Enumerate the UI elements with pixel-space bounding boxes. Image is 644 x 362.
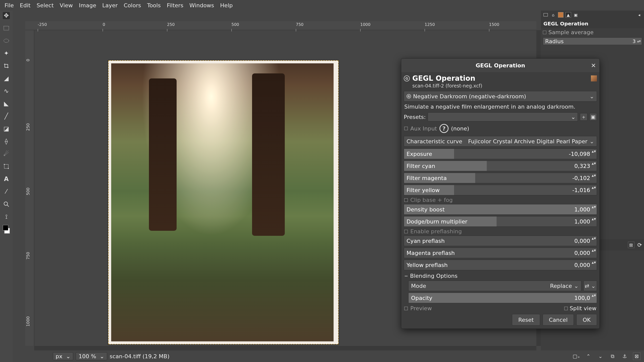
status-delete-icon[interactable]: ⊠	[633, 352, 640, 360]
tool-transform-icon[interactable]: ◢	[3, 75, 10, 82]
tool-crop-icon[interactable]	[3, 62, 10, 69]
spinner-arrows-icon[interactable]: ▲▼	[592, 217, 596, 225]
tool-colorpicker-icon[interactable]: ⁄	[3, 188, 10, 195]
spinner-arrows-icon[interactable]: ▲▼	[592, 174, 596, 182]
filter-slider[interactable]: Exposure-10,098▲▼	[404, 149, 597, 159]
toolbox: ✥ ✦ ◢ ∿ ◣ ╱ ◪ ⟠ ☄ A ⁄ ⟟	[0, 11, 13, 362]
image-page[interactable]	[108, 60, 339, 344]
reset-button[interactable]: Reset	[512, 314, 540, 326]
presets-combo[interactable]: ⌄	[428, 112, 578, 121]
status-duplicate-icon[interactable]: ⧉	[609, 352, 616, 360]
filter-slider[interactable]: Filter cyan0,323▲▼	[404, 161, 597, 171]
spinner-arrows-icon[interactable]: ▲▼	[592, 294, 596, 302]
menu-layer[interactable]: Layer	[99, 1, 120, 10]
menu-image[interactable]: Image	[76, 1, 99, 10]
zoom-select[interactable]: 100 % ⌄	[76, 352, 107, 360]
gegl-small-icon: G	[407, 94, 411, 99]
preview-checkbox[interactable]	[404, 307, 408, 310]
curve-combo[interactable]: Characteristic curve Fujicolor Crystal A…	[404, 136, 597, 147]
sample-average-label: Sample average	[548, 29, 594, 35]
status-anchor-icon[interactable]: ⚓	[621, 352, 628, 360]
menu-colors[interactable]: Colors	[121, 1, 144, 10]
ruler-horizontal[interactable]: -250 0 250 500 750 1000 1250 1500	[25, 21, 536, 30]
dock-close-icon[interactable]: ⊠	[628, 242, 634, 248]
preflash-slider[interactable]: Cyan preflash0,000▲▼	[404, 236, 597, 246]
menu-edit[interactable]: Edit	[17, 1, 34, 10]
status-raise-icon[interactable]: ⌃	[585, 352, 592, 360]
cancel-button[interactable]: Cancel	[543, 314, 574, 326]
tool-smudge-icon[interactable]: ☄	[3, 150, 10, 157]
spinner-arrows-icon[interactable]: ▲▼	[592, 205, 596, 213]
tool-bucket-icon[interactable]: ◣	[3, 100, 10, 107]
density-slider[interactable]: Density boost1,000▲▼	[404, 204, 597, 215]
dock-tab-swatch-icon[interactable]	[558, 12, 564, 18]
clip-base-checkbox[interactable]	[404, 198, 408, 202]
dock-tab-images-icon[interactable]: ▣	[573, 12, 579, 18]
preflash-checkbox[interactable]	[404, 230, 408, 233]
tool-text-icon[interactable]: A	[3, 175, 10, 183]
dialog-close-icon[interactable]: ✕	[591, 62, 596, 69]
tool-fuzzy-select-icon[interactable]: ✦	[3, 50, 10, 57]
tool-paintbrush-icon[interactable]: ╱	[3, 113, 10, 120]
tool-free-select-icon[interactable]	[3, 37, 10, 44]
spinner-arrows-icon[interactable]: ▲▼	[592, 249, 596, 257]
operation-combo[interactable]: GNegative Darkroom (negative-darkroom) ⌄	[404, 91, 597, 102]
menu-filters[interactable]: Filters	[164, 1, 186, 10]
clip-base-label: Clip base + fog	[410, 197, 453, 203]
dock-refresh-icon[interactable]: ⟳	[637, 242, 642, 248]
unit-select[interactable]: px ⌄	[53, 352, 73, 360]
spinner-arrows-icon[interactable]: ▲▼	[592, 162, 596, 170]
filter-slider[interactable]: Filter magenta-0,102▲▼	[404, 173, 597, 183]
tool-path-icon[interactable]	[3, 163, 10, 170]
menu-tools[interactable]: Tools	[144, 1, 164, 10]
status-new-layer-icon[interactable]: ▢₊	[573, 352, 580, 360]
spinner-arrows-icon[interactable]: ▲▼	[592, 186, 596, 194]
tool-measure-icon[interactable]: ⟟	[3, 213, 10, 220]
aux-placeholder-icon[interactable]: ?	[439, 124, 449, 133]
spinner-arrows-icon[interactable]: ▲▼	[592, 150, 596, 158]
spinner-arrows-icon[interactable]: ▲▼	[592, 261, 596, 269]
preflash-slider[interactable]: Yellow preflash0,000▲▼	[404, 260, 597, 270]
preflash-slider[interactable]: Magenta preflash0,000▲▼	[404, 248, 597, 258]
splitview-checkbox[interactable]	[564, 307, 568, 310]
mode-combo[interactable]: Mode Replace ⌄	[408, 281, 581, 291]
dock-menu-icon[interactable]: ◂	[636, 12, 642, 18]
tool-clone-icon[interactable]: ⟠	[3, 138, 10, 145]
preset-manage-icon[interactable]: ▣	[589, 113, 597, 121]
tool-move-icon[interactable]: ✥	[3, 12, 10, 19]
ok-button[interactable]: OK	[576, 314, 597, 326]
status-lower-icon[interactable]: ⌄	[597, 352, 604, 360]
spinner-arrows-icon[interactable]: ▲▼	[637, 40, 642, 42]
menu-windows[interactable]: Windows	[186, 1, 217, 10]
aux-reset-checkbox[interactable]	[404, 127, 408, 130]
slider-label: Magenta preflash	[407, 250, 455, 256]
spinner-arrows-icon[interactable]: ▲▼	[592, 237, 596, 245]
mode-switch-icon[interactable]: ⇄ ⌄	[583, 281, 597, 291]
tool-eraser-icon[interactable]: ◪	[3, 125, 10, 132]
slider-value: 0,000	[574, 238, 590, 244]
dock-tab-tooloptions-icon[interactable]	[543, 12, 548, 18]
opacity-slider[interactable]: Opacity 100,0 ▲▼	[408, 293, 597, 303]
dialog-titlebar[interactable]: GEGL Operation ✕	[401, 59, 599, 72]
density-slider[interactable]: Dodge/burn multiplier1,000▲▼	[404, 216, 597, 227]
sample-average-checkbox[interactable]	[543, 31, 546, 34]
ruler-vertical[interactable]: 0 250 500 750 1000	[25, 30, 34, 346]
menu-help[interactable]: Help	[217, 1, 236, 10]
blending-section[interactable]: − Blending Options	[404, 273, 596, 279]
dock-tab-history-icon[interactable]: ▲	[566, 12, 571, 18]
tool-warp-icon[interactable]: ∿	[3, 87, 10, 95]
collapse-icon[interactable]: −	[404, 273, 408, 279]
filter-slider[interactable]: Filter yellow-1,016▲▼	[404, 185, 597, 195]
scrollbar-horizontal[interactable]	[34, 346, 536, 350]
menu-view[interactable]: View	[57, 1, 76, 10]
tool-rect-select-icon[interactable]	[3, 25, 10, 32]
menu-file[interactable]: File	[2, 1, 17, 10]
clip-base-row: Clip base + fog	[404, 197, 596, 203]
menu-select[interactable]: Select	[33, 1, 57, 10]
tool-fgbg-icon[interactable]	[3, 226, 10, 233]
tool-zoom-icon[interactable]	[3, 201, 10, 208]
dock-tab-device-icon[interactable]: ⌂	[550, 12, 556, 18]
slider-value: -0,102	[572, 175, 590, 181]
preset-add-icon[interactable]: ＋	[580, 113, 587, 121]
radius-spinner[interactable]: Radius ▲▼	[543, 37, 642, 45]
